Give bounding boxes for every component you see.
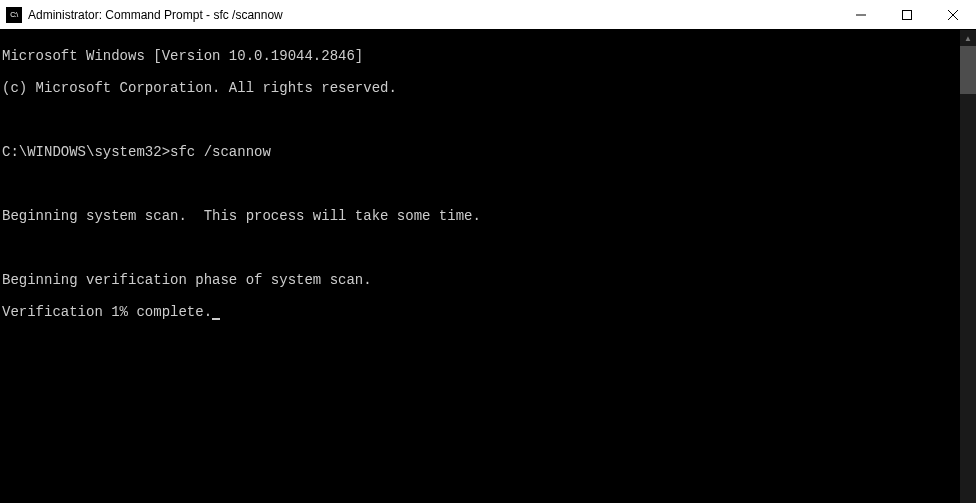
terminal-line: Microsoft Windows [Version 10.0.19044.28…: [2, 48, 958, 64]
cursor: [212, 318, 220, 320]
terminal-line: [2, 240, 958, 256]
close-button[interactable]: [930, 0, 976, 29]
svg-rect-1: [903, 10, 912, 19]
terminal-area[interactable]: Microsoft Windows [Version 10.0.19044.28…: [0, 30, 976, 503]
window-controls: [838, 0, 976, 29]
terminal-line: Beginning verification phase of system s…: [2, 272, 958, 288]
vertical-scrollbar[interactable]: ▲: [960, 30, 976, 503]
cmd-icon: C:\: [6, 7, 22, 23]
terminal-line: Beginning system scan. This process will…: [2, 208, 958, 224]
terminal-line: [2, 176, 958, 192]
window-title: Administrator: Command Prompt - sfc /sca…: [28, 8, 838, 22]
progress-text: Verification 1% complete.: [2, 304, 212, 320]
close-icon: [948, 10, 958, 20]
maximize-button[interactable]: [884, 0, 930, 29]
terminal-prompt-line: C:\WINDOWS\system32>sfc /scannow: [2, 144, 958, 160]
title-bar[interactable]: C:\ Administrator: Command Prompt - sfc …: [0, 0, 976, 30]
maximize-icon: [902, 10, 912, 20]
scrollbar-thumb[interactable]: [960, 46, 976, 94]
scroll-up-arrow-icon[interactable]: ▲: [960, 30, 976, 46]
terminal-content: Microsoft Windows [Version 10.0.19044.28…: [0, 30, 960, 503]
terminal-progress-line: Verification 1% complete.: [2, 304, 958, 320]
terminal-line: (c) Microsoft Corporation. All rights re…: [2, 80, 958, 96]
terminal-line: [2, 112, 958, 128]
prompt: C:\WINDOWS\system32>: [2, 144, 170, 160]
command-text: sfc /scannow: [170, 144, 271, 160]
minimize-button[interactable]: [838, 0, 884, 29]
minimize-icon: [856, 10, 866, 20]
